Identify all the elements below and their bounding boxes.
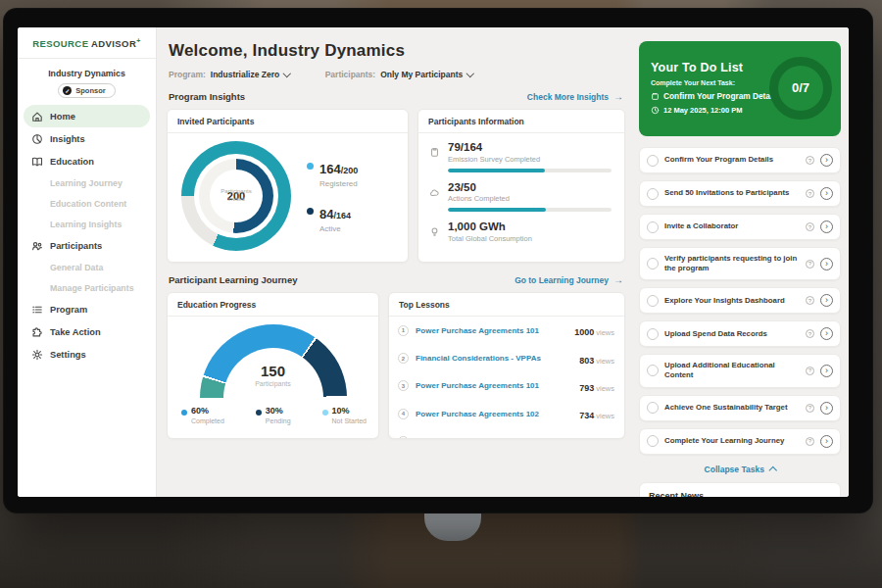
task-label: Invite a Collaborator bbox=[664, 221, 800, 231]
task-checkbox[interactable] bbox=[647, 221, 659, 233]
info-row-label: Total Global Consumption bbox=[448, 234, 612, 243]
legend-dot-icon bbox=[307, 208, 314, 215]
sidebar-nav-item[interactable]: General Data bbox=[24, 257, 150, 277]
lesson-views-count: 793 bbox=[579, 383, 594, 393]
sidebar-nav-item[interactable]: Program bbox=[24, 298, 150, 320]
info-row-value: 23/50 bbox=[448, 181, 612, 194]
gauge-legend-item: 30% Pending bbox=[256, 407, 291, 424]
task-checkbox[interactable] bbox=[647, 435, 659, 447]
sponsor-badge[interactable]: Sponsor bbox=[58, 83, 115, 98]
info-row-value: 79/164 bbox=[448, 141, 612, 154]
chevron-right-icon[interactable] bbox=[820, 327, 833, 340]
todo-task-row[interactable]: Verify participants requesting to join t… bbox=[639, 247, 841, 280]
sidebar-nav-item[interactable]: Take Action bbox=[24, 320, 150, 343]
sidebar-nav-item[interactable]: Insights bbox=[24, 127, 150, 150]
sidebar-nav-item[interactable]: Participants bbox=[24, 234, 150, 257]
help-icon[interactable] bbox=[806, 367, 814, 375]
nav-item-label: Education bbox=[50, 157, 94, 167]
participants-icon bbox=[31, 240, 43, 252]
logo-secondary: ADVISOR bbox=[91, 38, 136, 49]
help-icon[interactable] bbox=[806, 156, 814, 165]
chevron-right-icon[interactable] bbox=[820, 258, 833, 270]
education-gauge-chart: 150 Participants bbox=[200, 324, 347, 400]
task-checkbox[interactable] bbox=[647, 258, 659, 270]
lesson-link[interactable]: Power Purchase Agreements 103 bbox=[416, 437, 572, 439]
clipboard-icon bbox=[651, 92, 660, 101]
lesson-views-count: 803 bbox=[579, 356, 594, 366]
todo-task-row[interactable]: Upload Spend Data Records bbox=[639, 320, 841, 347]
todo-task-row[interactable]: Upload Additional Educational Content bbox=[639, 354, 841, 387]
collapse-tasks-link[interactable]: Collapse Tasks bbox=[705, 465, 776, 474]
info-row-label: Emission Survey Completed bbox=[448, 155, 612, 164]
lesson-link[interactable]: Power Purchase Agreements 101 bbox=[416, 326, 567, 335]
program-filter[interactable]: Program: Industrialize Zero bbox=[169, 70, 290, 79]
chevron-right-icon[interactable] bbox=[820, 402, 833, 415]
participants-filter[interactable]: Participants: Only My Participants bbox=[325, 70, 473, 79]
invited-participants-card: Invited Participants 200 Participants In… bbox=[167, 109, 409, 263]
todo-task-row[interactable]: Achieve One Sustainability Target bbox=[639, 395, 841, 421]
sidebar-nav-item[interactable]: Learning Journey bbox=[24, 172, 150, 193]
task-checkbox[interactable] bbox=[647, 402, 659, 414]
task-checkbox[interactable] bbox=[647, 328, 659, 340]
legend-total: /200 bbox=[341, 166, 359, 175]
sidebar-nav-item[interactable]: Home bbox=[24, 105, 150, 127]
sponsor-label: Sponsor bbox=[75, 86, 105, 95]
chevron-right-icon[interactable] bbox=[820, 294, 833, 307]
lesson-link[interactable]: Financial Considerations - VPPAs bbox=[416, 354, 572, 363]
todo-panel: Your To Do List Complete Your Next Task:… bbox=[635, 27, 849, 497]
nav-item-label: Take Action bbox=[50, 327, 101, 337]
collapse-tasks-label: Collapse Tasks bbox=[705, 465, 764, 474]
card-title: Top Lessons bbox=[389, 293, 624, 317]
main-content: Welcome, Industry Dynamics Program: Indu… bbox=[157, 27, 635, 497]
filters-row: Program: Industrialize Zero Participants… bbox=[169, 70, 625, 79]
donut-center-label: Participants Invited bbox=[217, 188, 256, 204]
lesson-link[interactable]: Power Purchase Agreements 101 bbox=[416, 381, 572, 390]
sidebar-nav-item[interactable]: Learning Insights bbox=[24, 214, 150, 234]
go-to-learning-journey-link[interactable]: Go to Learning Journey bbox=[514, 274, 623, 285]
chevron-right-icon[interactable] bbox=[820, 435, 833, 448]
todo-next-task[interactable]: Confirm Your Program Details bbox=[651, 91, 764, 101]
todo-task-row[interactable]: Send 50 Invitations to Participants bbox=[639, 180, 841, 207]
todo-hero-card: Your To Do List Complete Your Next Task:… bbox=[639, 41, 841, 136]
legend-text: 10% Not Started bbox=[332, 407, 367, 424]
todo-task-row[interactable]: Complete Your Learning Journey bbox=[639, 428, 841, 455]
todo-task-row[interactable]: Confirm Your Program Details bbox=[639, 147, 841, 173]
help-icon[interactable] bbox=[806, 437, 814, 446]
lesson-views-suffix: views bbox=[596, 357, 614, 366]
help-icon[interactable] bbox=[806, 222, 814, 231]
invited-donut-chart: 200 Participants Invited bbox=[181, 141, 291, 251]
task-checkbox[interactable] bbox=[647, 365, 659, 376]
task-label: Complete Your Learning Journey bbox=[664, 436, 800, 446]
info-row-value: 1,000 GWh bbox=[448, 220, 612, 233]
program-icon bbox=[31, 304, 43, 316]
donut-legend: 164/200 Registered 84/164 Active bbox=[307, 160, 358, 233]
lesson-link[interactable]: Power Purchase Agreements 102 bbox=[416, 410, 572, 418]
sidebar-nav-item[interactable]: Education Content bbox=[24, 193, 150, 214]
help-icon[interactable] bbox=[806, 260, 814, 269]
todo-task-row[interactable]: Invite a Collaborator bbox=[639, 214, 841, 240]
todo-task-row[interactable]: Explore Your Insights Dashboard bbox=[639, 287, 841, 314]
help-icon[interactable] bbox=[806, 189, 814, 198]
task-checkbox[interactable] bbox=[647, 295, 659, 307]
chevron-right-icon[interactable] bbox=[820, 154, 833, 167]
todo-due-label: 12 May 2025, 12:00 PM bbox=[663, 106, 742, 115]
organization-name: Industry Dynamics bbox=[18, 69, 156, 78]
info-row-main: 1,000 GWh Total Global Consumption bbox=[448, 220, 612, 243]
check-more-insights-link[interactable]: Check More Insights bbox=[527, 91, 623, 102]
lesson-rank-badge: 4 bbox=[398, 409, 409, 419]
help-icon[interactable] bbox=[806, 329, 814, 338]
sidebar-nav-item[interactable]: Settings bbox=[24, 343, 150, 366]
lesson-views-count: 1000 bbox=[574, 327, 594, 337]
chevron-right-icon[interactable] bbox=[820, 365, 833, 377]
help-icon[interactable] bbox=[806, 296, 814, 305]
chevron-right-icon[interactable] bbox=[820, 220, 833, 233]
sidebar-nav-item[interactable]: Education bbox=[24, 150, 150, 172]
help-icon[interactable] bbox=[806, 404, 814, 413]
chevron-right-icon[interactable] bbox=[820, 187, 833, 200]
participants-info-row: 1,000 GWh Total Global Consumption bbox=[418, 213, 624, 244]
sidebar-nav-item[interactable]: Manage Participants bbox=[24, 277, 150, 298]
task-label: Upload Additional Educational Content bbox=[664, 361, 800, 380]
task-checkbox[interactable] bbox=[647, 155, 659, 167]
lesson-row: 4 Power Purchase Agreements 102 734views bbox=[389, 400, 624, 427]
task-checkbox[interactable] bbox=[647, 188, 659, 200]
